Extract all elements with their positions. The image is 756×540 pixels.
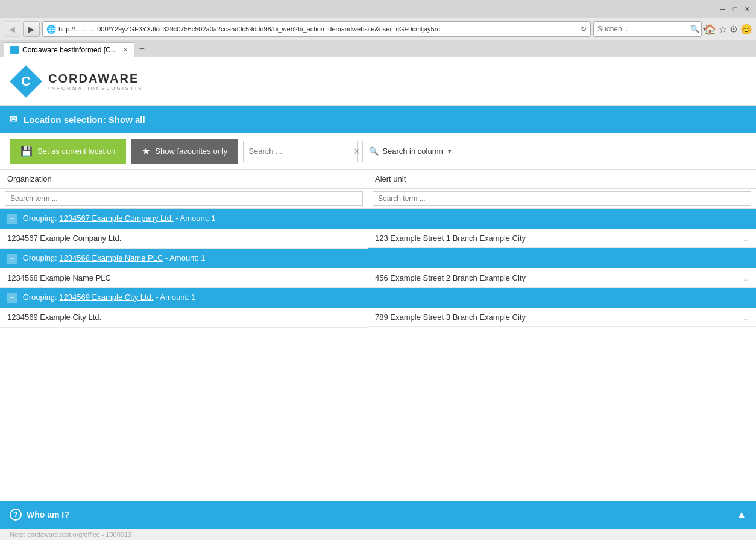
new-tab-button[interactable]: + [134, 41, 150, 57]
chevron-down-icon: ▼ [447, 148, 453, 154]
alert-cell: 123 Example Street 1 Branch Example City… [368, 229, 756, 248]
org-cell: 1234567 Example Company Ltd. [0, 229, 368, 248]
maximize-button[interactable]: □ [731, 5, 739, 13]
address-input[interactable] [58, 25, 578, 33]
address-bar: 🌐 ↻ [42, 21, 591, 37]
table-body: − Grouping: 1234567 Example Company Ltd.… [0, 209, 756, 328]
collapse-icon[interactable]: − [7, 293, 17, 303]
logo-main: CORDAWARE [48, 72, 143, 86]
expand-icon[interactable]: ▲ [737, 509, 746, 520]
table-header-row: Organization Alert unit [0, 170, 756, 189]
group-amount: - Amount: 1 [174, 214, 216, 223]
tab-favicon [10, 46, 19, 54]
alert-value: 789 Example Street 3 Branch Example City [375, 313, 526, 322]
search-in-column-button[interactable]: 🔍 Search in column ▼ [362, 141, 459, 162]
page-content: C CORDAWARE INFORMATIONSLOGISTIK ✉ Locat… [0, 57, 756, 540]
back-button[interactable]: ◀ [4, 21, 20, 37]
alert-cell: 456 Example Street 2 Branch Example City… [368, 268, 756, 288]
data-table: Organization Alert unit − Gro [0, 170, 756, 328]
logo-diamond-wrap: C [10, 65, 42, 98]
org-search-cell [0, 189, 368, 209]
alert-value: 123 Example Street 1 Branch Example City [375, 233, 526, 243]
logo-letter: C [21, 74, 31, 89]
more-icon[interactable]: .. [745, 233, 749, 243]
set-location-button[interactable]: 💾 Set as current location [10, 139, 126, 164]
collapse-icon[interactable]: − [7, 214, 17, 224]
active-tab[interactable]: Cordaware bestinformed [C... ✕ [4, 42, 134, 57]
search-icon: 🔍 [690, 25, 699, 33]
footer-status: Note: cordaware.test.org/office - 100001… [0, 529, 756, 540]
logo-text: CORDAWARE INFORMATIONSLOGISTIK [48, 72, 143, 91]
search-input[interactable] [248, 147, 350, 156]
footer-bar: ? Who am I? ▲ [0, 501, 756, 529]
alert-search-input[interactable] [373, 191, 751, 206]
table-group-row: − Grouping: 1234567 Example Company Ltd.… [0, 209, 756, 229]
more-icon[interactable]: .. [745, 313, 749, 322]
group-cell: − Grouping: 1234567 Example Company Ltd.… [0, 209, 756, 229]
logo: C CORDAWARE INFORMATIONSLOGISTIK [10, 65, 143, 98]
collapse-icon[interactable]: − [7, 254, 17, 264]
favorites-icon[interactable]: ☆ [719, 24, 727, 35]
settings-icon[interactable]: ⚙ [729, 24, 738, 35]
show-favourites-button[interactable]: ★ Show favourites only [131, 139, 238, 164]
forward-button[interactable]: ▶ [23, 21, 40, 37]
group-cell: − Grouping: 1234569 Example City Ltd. - … [0, 288, 756, 308]
alert-cell: 789 Example Street 3 Branch Example City… [368, 308, 756, 327]
logo-area: C CORDAWARE INFORMATIONSLOGISTIK [0, 57, 756, 106]
search-clear-button[interactable]: ✕ [353, 147, 361, 156]
table-group-row: − Grouping: 1234568 Example Name PLC - A… [0, 248, 756, 268]
browser-search-bar: 🔍 ▼ [593, 21, 702, 37]
floppy-icon: 💾 [20, 145, 33, 157]
footer-left: ? Who am I? [10, 509, 69, 521]
tab-title: Cordaware bestinformed [C... [22, 46, 117, 54]
logo-sub: INFORMATIONSLOGISTIK [48, 86, 143, 91]
title-bar: ─ □ ✕ [0, 0, 756, 18]
minimize-button[interactable]: ─ [719, 5, 727, 13]
set-location-label: Set as current location [37, 147, 115, 156]
star-icon: ★ [142, 145, 150, 157]
group-amount: - Amount: 1 [163, 253, 205, 262]
table-row[interactable]: 1234569 Example City Ltd. 789 Example St… [0, 308, 756, 327]
close-button[interactable]: ✕ [743, 5, 751, 13]
org-search-input[interactable] [5, 191, 363, 206]
nav-icons: 🏠 ☆ ⚙ 😊 [704, 24, 752, 35]
org-cell: 1234568 Example Name PLC [0, 268, 368, 288]
group-cell: − Grouping: 1234568 Example Name PLC - A… [0, 248, 756, 268]
footer-area: ? Who am I? ▲ Note: cordaware.test.org/o… [0, 501, 756, 540]
table-group-row: − Grouping: 1234569 Example City Ltd. - … [0, 288, 756, 308]
favourites-label: Show favourites only [155, 147, 227, 156]
tab-bar: Cordaware bestinformed [C... ✕ + [0, 40, 756, 57]
toolbar: 💾 Set as current location ★ Show favouri… [0, 133, 756, 170]
column-search-icon: 🔍 [369, 147, 379, 156]
column-header-org: Organization [0, 170, 368, 189]
group-label: Grouping: [23, 214, 60, 223]
tab-close-button[interactable]: ✕ [123, 46, 128, 53]
user-icon[interactable]: 😊 [740, 24, 752, 35]
status-text: Note: cordaware.test.org/office - 100001… [10, 531, 131, 538]
alert-value: 456 Example Street 2 Branch Example City [375, 273, 526, 282]
table-row[interactable]: 1234567 Example Company Ltd. 123 Example… [0, 229, 756, 248]
alert-search-cell [368, 189, 756, 209]
search-input-wrap: ✕ [243, 141, 358, 162]
search-column-label: Search in column [382, 147, 443, 156]
group-link[interactable]: 1234569 Example City Ltd. [59, 293, 153, 302]
group-label: Grouping: [23, 293, 60, 302]
home-icon[interactable]: 🏠 [704, 24, 716, 35]
refresh-button[interactable]: ↻ [581, 25, 587, 33]
group-link[interactable]: 1234567 Example Company Ltd. [59, 214, 173, 223]
browser-search-input[interactable] [597, 25, 688, 33]
org-cell: 1234569 Example City Ltd. [0, 308, 368, 327]
group-link[interactable]: 1234568 Example Name PLC [59, 253, 163, 262]
column-header-alert: Alert unit [368, 170, 756, 189]
group-amount: - Amount: 1 [153, 293, 195, 302]
table-search-row [0, 189, 756, 209]
header-mail-icon: ✉ [10, 114, 17, 125]
header-title: Location selection: Show all [24, 115, 145, 125]
more-icon[interactable]: .. [745, 273, 749, 282]
table-container: Organization Alert unit − Gro [0, 170, 756, 501]
header-bar: ✉ Location selection: Show all [0, 106, 756, 133]
question-icon: ? [10, 509, 22, 521]
footer-label: Who am I? [27, 510, 69, 519]
table-row[interactable]: 1234568 Example Name PLC 456 Example Str… [0, 268, 756, 288]
nav-bar: ◀ ▶ 🌐 ↻ 🔍 ▼ 🏠 ☆ ⚙ 😊 [0, 18, 756, 40]
